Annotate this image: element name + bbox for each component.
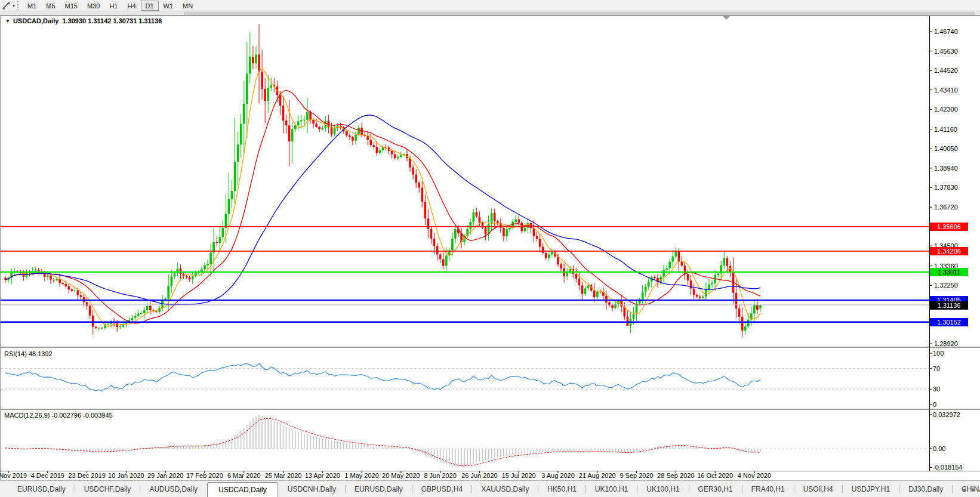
price-tick-label: 1.42300 bbox=[934, 105, 958, 113]
rsi-tick-label: 30 bbox=[933, 385, 940, 393]
timeframe-button-mn[interactable]: MN bbox=[178, 1, 198, 11]
macd-tick-label: 0.032972 bbox=[933, 410, 960, 419]
rsi-tick-label: 0 bbox=[933, 400, 936, 409]
price-level-label-1.33011: 1.33011 bbox=[930, 268, 968, 276]
price-tick-label: 1.45630 bbox=[934, 47, 958, 55]
chart-tab-usdchf-daily-1[interactable]: USDCHF,Daily bbox=[75, 481, 140, 497]
price-tick-label: 1.44520 bbox=[934, 66, 958, 75]
date-label: 28 Sep 2020 bbox=[657, 472, 694, 480]
chart-tools-dropdown-icon[interactable]: ▾ bbox=[13, 3, 15, 8]
price-tick-label: 1.28920 bbox=[934, 339, 958, 348]
rsi-tick-label: 70 bbox=[933, 365, 940, 373]
date-label: 23 Dec 2019 bbox=[68, 472, 105, 480]
collapse-triangle-icon[interactable]: ▼ bbox=[5, 18, 10, 24]
chart-tab-xauusd-daily-7[interactable]: XAUUSD,Daily bbox=[472, 481, 538, 497]
macd-indicator-label: MACD(12,26,9) -0.002796 -0.003945 bbox=[4, 412, 113, 419]
chart-tools-icon[interactable] bbox=[2, 1, 12, 10]
price-tick-label: 1.38940 bbox=[934, 164, 958, 172]
chart-tab-eurusd-daily-0[interactable]: EURUSD,Daily bbox=[8, 481, 75, 497]
chart-tab-usdcad-daily-3[interactable]: USDCAD,Daily bbox=[207, 482, 278, 497]
timeframe-button-m5[interactable]: M5 bbox=[41, 1, 60, 11]
date-label: 16 Oct 2020 bbox=[697, 472, 733, 480]
chart-tab-usdcnh-daily-4[interactable]: USDCNH,Daily bbox=[279, 481, 345, 497]
price-tick-label: 1.32250 bbox=[934, 281, 958, 289]
chart-title: ▼USDCAD,Daily 1.30930 1.31142 1.30731 1.… bbox=[5, 17, 162, 24]
chart-tab-eurusd-daily-5[interactable]: EURUSD,Daily bbox=[346, 481, 412, 497]
timeframe-button-h1[interactable]: H1 bbox=[104, 1, 122, 11]
price-tick-label: 1.41160 bbox=[934, 125, 957, 134]
date-label: 1 May 2020 bbox=[344, 472, 378, 480]
price-level-label-1.34206: 1.34206 bbox=[930, 247, 968, 255]
date-label: 13 Apr 2020 bbox=[305, 472, 340, 480]
candlesticks bbox=[4, 24, 762, 338]
macd-tick-label: 0.00 bbox=[933, 444, 945, 453]
chart-tabs-bar: EURUSD,DailyUSDCHF,DailyAUDUSD,DailyUSDC… bbox=[0, 480, 980, 497]
price-tick-label: 1.36720 bbox=[934, 203, 958, 211]
mt4-window: ▾ M1M5M15M30H1H4D1W1MN ▼USDCAD,Daily 1.3… bbox=[0, 0, 980, 497]
timeframe-button-w1[interactable]: W1 bbox=[159, 1, 178, 11]
chart-hscrollbar[interactable] bbox=[0, 11, 980, 16]
ma-slow-line bbox=[5, 115, 760, 305]
date-label: 21 Aug 2020 bbox=[579, 472, 616, 480]
price-level-label-1.30152: 1.30152 bbox=[930, 318, 968, 326]
date-label: 15 Nov 2019 bbox=[0, 472, 27, 480]
chart-tab-uk100-h1-10[interactable]: UK100,H1 bbox=[637, 481, 688, 497]
timeframe-button-h4[interactable]: H4 bbox=[122, 1, 140, 11]
chart-tab-usoil-h4-13[interactable]: USOil,H4 bbox=[794, 481, 842, 497]
chart-tab-uk100-h1-9[interactable]: UK100,H1 bbox=[586, 481, 637, 497]
current-price-label: 1.31136 bbox=[930, 301, 968, 310]
price-tick-label: 1.46740 bbox=[934, 27, 958, 36]
price-tick-label: 1.40050 bbox=[934, 144, 958, 153]
price-chart-canvas[interactable] bbox=[1, 16, 980, 480]
chart-tab-dj30-daily-15[interactable]: DJ30,Daily bbox=[899, 481, 952, 497]
timeframes-toolbar: ▾ M1M5M15M30H1H4D1W1MN bbox=[0, 0, 980, 11]
macd-signal-line bbox=[5, 418, 760, 466]
timeframe-button-m1[interactable]: M1 bbox=[23, 1, 41, 11]
date-label: 26 Jun 2020 bbox=[461, 472, 498, 480]
date-label: 4 Nov 2020 bbox=[738, 472, 771, 480]
price-level-label-1.35606: 1.35606 bbox=[930, 223, 968, 231]
chart-tab-ger30-h1-11[interactable]: GER30,H1 bbox=[689, 481, 742, 497]
date-label: 4 Dec 2019 bbox=[31, 472, 64, 480]
rsi-tick-label: 100 bbox=[933, 349, 944, 357]
date-label: 9 Sep 2020 bbox=[620, 472, 653, 480]
date-label: 8 Jun 2020 bbox=[424, 472, 456, 480]
timeframe-buttons: M1M5M15M30H1H4D1W1MN bbox=[23, 1, 198, 11]
toolbar-grip[interactable] bbox=[17, 1, 20, 10]
hscrollbar-thumb[interactable] bbox=[184, 12, 975, 15]
date-label: 17 Feb 2020 bbox=[186, 472, 223, 480]
chart-tab-fra40-h1-12[interactable]: FRA40,H1 bbox=[742, 481, 794, 497]
date-label: 10 Jan 2020 bbox=[108, 472, 144, 480]
timeframe-button-d1[interactable]: D1 bbox=[141, 1, 159, 11]
chart-symbol-label: USDCAD,Daily bbox=[13, 17, 58, 24]
ma-mid-line bbox=[5, 90, 760, 323]
price-tick-label: 1.37830 bbox=[934, 183, 958, 192]
date-label: 15 Jul 2020 bbox=[502, 472, 536, 480]
tabs-scroll-left-icon[interactable]: ◄ bbox=[961, 486, 967, 493]
tabs-scroll-right-icon[interactable]: ► bbox=[971, 486, 977, 493]
chart-window[interactable]: ▼USDCAD,Daily 1.30930 1.31142 1.30731 1.… bbox=[0, 16, 980, 480]
chart-tab-gbpusd-h4-6[interactable]: GBPUSD,H4 bbox=[412, 481, 471, 497]
rsi-line bbox=[5, 363, 760, 391]
timeframe-button-m30[interactable]: M30 bbox=[82, 1, 104, 11]
date-label: 6 Mar 2020 bbox=[227, 472, 261, 480]
date-label: 25 Mar 2020 bbox=[265, 472, 302, 480]
chart-tab-audusd-daily-2[interactable]: AUDUSD,Daily bbox=[140, 481, 207, 497]
timeframe-button-m15[interactable]: M15 bbox=[60, 1, 82, 11]
macd-tick-label: -0.018154 bbox=[933, 463, 963, 471]
ma-fast-line bbox=[5, 68, 760, 326]
date-label: 20 May 2020 bbox=[382, 472, 420, 480]
chart-tab-hk50-h1-8[interactable]: HK50,H1 bbox=[538, 481, 585, 497]
chart-ohlc-values: 1.30930 1.31142 1.30731 1.31136 bbox=[62, 17, 162, 24]
chart-shift-marker[interactable] bbox=[722, 16, 731, 20]
macd-histogram bbox=[5, 415, 760, 467]
rsi-indicator-label: RSI(14) 48.1392 bbox=[4, 350, 53, 357]
date-label: 29 Jan 2020 bbox=[147, 472, 184, 480]
chart-tab-usdjpy-h1-14[interactable]: USDJPY,H1 bbox=[843, 481, 899, 497]
date-label: 3 Aug 2020 bbox=[541, 472, 575, 480]
price-tick-label: 1.43410 bbox=[934, 86, 958, 94]
